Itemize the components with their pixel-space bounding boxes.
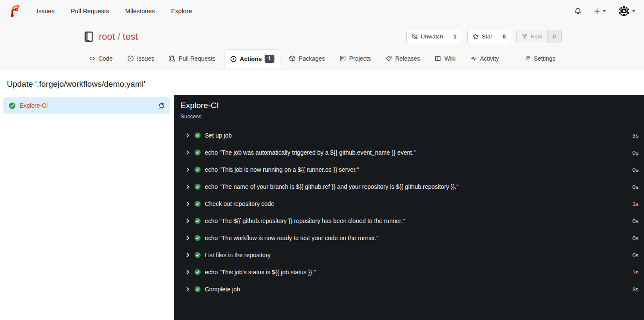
check-circle-icon bbox=[194, 286, 201, 293]
step-duration: 0s bbox=[632, 252, 638, 258]
tag-icon bbox=[385, 55, 392, 62]
run-panel-header: Explore-CI Success bbox=[174, 95, 644, 125]
repo-tabs: Code Issues Pull Requests Actions bbox=[83, 49, 562, 68]
tools-icon bbox=[524, 55, 531, 62]
step-name: List files in the repository bbox=[205, 252, 629, 258]
step-duration: 3s bbox=[632, 132, 638, 139]
step-name: Complete job bbox=[205, 286, 629, 293]
step-name: echo "The workflow is now ready to test … bbox=[205, 235, 629, 241]
caret-down-icon bbox=[603, 10, 606, 12]
nav-link-issues[interactable]: Issues bbox=[37, 8, 55, 15]
tab-wiki[interactable]: Wiki bbox=[428, 49, 461, 68]
job-name: Explore-CI bbox=[20, 102, 154, 109]
check-circle-icon bbox=[194, 269, 201, 276]
step-name: echo "This job is now running on a ${{ r… bbox=[205, 166, 629, 173]
pull-request-icon bbox=[169, 55, 175, 62]
check-circle-icon bbox=[194, 217, 201, 224]
run-panel: Explore-CI Success Set up job 3s bbox=[174, 95, 644, 320]
repo-header-section: root / test Unwatch 1 bbox=[0, 22, 644, 70]
run-title: Update '.forgejo/workflows/demo.yaml' bbox=[7, 79, 145, 89]
chevron-right-icon bbox=[185, 252, 190, 258]
nav-link-pull-requests[interactable]: Pull Requests bbox=[71, 8, 109, 15]
tab-projects-label: Projects bbox=[349, 55, 371, 62]
tab-issues[interactable]: Issues bbox=[121, 49, 160, 68]
fork-button-group: Fork 0 bbox=[516, 30, 562, 43]
panel-job-title: Explore-CI bbox=[181, 101, 637, 110]
tab-settings-label: Settings bbox=[534, 55, 556, 62]
watchers-count[interactable]: 1 bbox=[448, 30, 462, 43]
stars-count[interactable]: 0 bbox=[497, 30, 511, 43]
notifications-button[interactable] bbox=[574, 7, 582, 15]
repo-owner-link[interactable]: root bbox=[99, 31, 115, 42]
tab-activity[interactable]: Activity bbox=[464, 49, 505, 68]
tab-releases-label: Releases bbox=[395, 55, 420, 62]
unwatch-label: Unwatch bbox=[421, 33, 443, 40]
project-icon bbox=[339, 55, 346, 62]
step-name: echo "This job's status is ${{ job.statu… bbox=[205, 269, 629, 276]
star-button[interactable]: Star bbox=[468, 30, 497, 43]
forks-count: 0 bbox=[547, 30, 561, 43]
repo-title: root / test bbox=[83, 31, 138, 43]
chevron-right-icon bbox=[185, 184, 190, 189]
step-duration: 3s bbox=[632, 286, 638, 293]
check-circle-icon bbox=[194, 235, 201, 241]
tab-actions[interactable]: Actions 1 bbox=[224, 49, 280, 68]
step-row[interactable]: Complete job 3s bbox=[174, 281, 644, 298]
step-row[interactable]: echo "The name of your branch is ${{ git… bbox=[174, 178, 644, 195]
refresh-button[interactable] bbox=[158, 102, 165, 109]
chevron-right-icon bbox=[185, 270, 190, 275]
top-navbar: Issues Pull Requests Milestones Explore bbox=[0, 0, 644, 22]
step-row[interactable]: echo "This job's status is ${{ job.statu… bbox=[174, 264, 644, 281]
tab-pull-requests[interactable]: Pull Requests bbox=[163, 49, 221, 68]
repo-book-icon bbox=[83, 31, 95, 43]
repo-name-link[interactable]: test bbox=[123, 31, 138, 42]
tab-packages[interactable]: Packages bbox=[283, 49, 331, 68]
tab-packages-label: Packages bbox=[299, 55, 325, 62]
check-circle-icon bbox=[194, 183, 201, 190]
tab-projects[interactable]: Projects bbox=[333, 49, 377, 68]
activity-icon bbox=[470, 55, 477, 62]
run-title-bar: Update '.forgejo/workflows/demo.yaml' bbox=[0, 70, 644, 95]
fork-button: Fork bbox=[517, 30, 547, 43]
eye-slash-icon bbox=[411, 33, 418, 40]
issue-icon bbox=[127, 55, 134, 62]
step-name: Set up job bbox=[205, 132, 629, 139]
step-row[interactable]: Set up job 3s bbox=[174, 127, 644, 144]
tab-code[interactable]: Code bbox=[83, 49, 119, 68]
nav-link-milestones[interactable]: Milestones bbox=[125, 8, 154, 15]
nav-link-explore[interactable]: Explore bbox=[171, 8, 192, 15]
user-menu-button[interactable] bbox=[618, 5, 635, 17]
step-name: echo "The job was automatically triggere… bbox=[205, 149, 629, 156]
step-row[interactable]: echo "The ${{ github.repository }} repos… bbox=[174, 212, 644, 229]
step-duration: 0s bbox=[632, 167, 638, 173]
chevron-right-icon bbox=[185, 287, 190, 292]
forgejo-logo[interactable] bbox=[9, 5, 21, 18]
unwatch-button[interactable]: Unwatch bbox=[407, 30, 448, 43]
check-circle-icon bbox=[9, 102, 16, 109]
step-duration: 0s bbox=[632, 218, 638, 224]
step-duration: 1s bbox=[632, 201, 638, 207]
chevron-right-icon bbox=[185, 218, 190, 223]
tab-code-label: Code bbox=[99, 55, 113, 62]
check-circle-icon bbox=[194, 149, 201, 156]
chevron-right-icon bbox=[185, 133, 190, 138]
step-duration: 0s bbox=[632, 235, 638, 241]
step-name: Check out repository code bbox=[205, 200, 629, 207]
tab-settings[interactable]: Settings bbox=[518, 49, 562, 68]
tab-releases[interactable]: Releases bbox=[379, 49, 426, 68]
check-circle-icon bbox=[194, 200, 201, 207]
job-item-explore-ci[interactable]: Explore-CI bbox=[3, 97, 170, 114]
tab-issues-label: Issues bbox=[137, 55, 154, 62]
tab-wiki-label: Wiki bbox=[444, 55, 455, 62]
check-circle-icon bbox=[194, 252, 201, 258]
package-icon bbox=[289, 55, 296, 62]
step-row[interactable]: Check out repository code 1s bbox=[174, 195, 644, 212]
create-new-button[interactable] bbox=[594, 8, 606, 15]
step-row[interactable]: List files in the repository 0s bbox=[174, 247, 644, 264]
tab-activity-label: Activity bbox=[480, 55, 499, 62]
navbar-right bbox=[574, 5, 635, 17]
step-row[interactable]: echo "The job was automatically triggere… bbox=[174, 144, 644, 161]
step-row[interactable]: echo "This job is now running on a ${{ r… bbox=[174, 161, 644, 178]
step-row[interactable]: echo "The workflow is now ready to test … bbox=[174, 229, 644, 247]
step-duration: 0s bbox=[632, 150, 638, 156]
